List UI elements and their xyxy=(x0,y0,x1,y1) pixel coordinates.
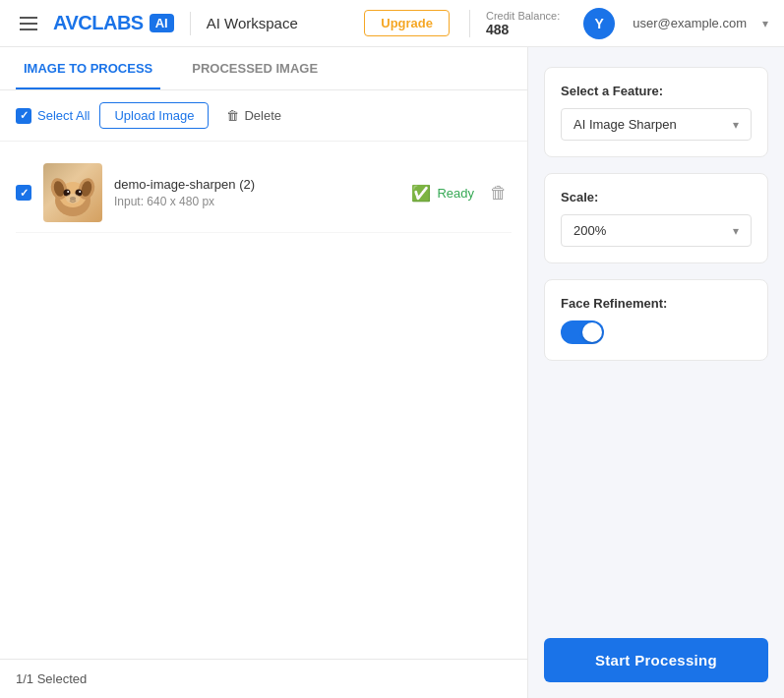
logo-avclabs: AVCLABS xyxy=(53,12,144,34)
header-divider xyxy=(190,12,191,35)
workspace-title: AI Workspace xyxy=(207,15,298,31)
item-name: demo-image-sharpen (2) xyxy=(114,177,399,192)
selection-status: 1/1 Selected xyxy=(0,659,527,698)
scale-value: 200% xyxy=(573,223,606,238)
item-actions: 🗑 xyxy=(486,179,512,207)
select-all-checkbox[interactable]: Select All xyxy=(16,108,90,124)
scale-dropdown-chevron-icon: ▾ xyxy=(733,224,739,238)
status-text: Ready xyxy=(437,186,474,201)
item-info: demo-image-sharpen (2) Input: 640 x 480 … xyxy=(114,177,399,208)
user-menu-chevron-icon[interactable]: ▾ xyxy=(762,17,768,30)
feature-label: Select a Feature: xyxy=(561,84,752,98)
face-refinement-label: Face Refinement: xyxy=(561,296,752,311)
user-name: user@example.com xyxy=(633,16,747,30)
svg-point-11 xyxy=(66,194,80,204)
logo-ai-badge: AI xyxy=(150,14,174,32)
credit-label: Credit Balance: xyxy=(486,10,560,22)
feature-value: AI Image Sharpen xyxy=(573,117,677,132)
item-thumbnail xyxy=(43,163,102,222)
scale-label: Scale: xyxy=(561,190,752,204)
item-status: ✅ Ready xyxy=(411,184,474,203)
table-row: demo-image-sharpen (2) Input: 640 x 480 … xyxy=(16,153,512,233)
face-refinement-toggle[interactable] xyxy=(561,320,604,344)
left-panel: IMAGE TO PROCESS PROCESSED IMAGE Select … xyxy=(0,47,528,698)
menu-hamburger[interactable] xyxy=(16,13,41,34)
scale-card: Scale: 200% ▾ xyxy=(544,173,768,263)
feature-dropdown[interactable]: AI Image Sharpen ▾ xyxy=(561,108,752,141)
upgrade-button[interactable]: Upgrade xyxy=(364,10,450,36)
item-meta: Input: 640 x 480 px xyxy=(114,195,399,208)
face-refinement-card: Face Refinement: xyxy=(544,279,768,361)
trash-icon: 🗑 xyxy=(226,108,239,123)
start-processing-button[interactable]: Start Processing xyxy=(544,638,768,682)
feature-card: Select a Feature: AI Image Sharpen ▾ xyxy=(544,67,768,157)
right-panel: Select a Feature: AI Image Sharpen ▾ Sca… xyxy=(528,47,784,698)
image-list: demo-image-sharpen (2) Input: 640 x 480 … xyxy=(0,142,527,659)
credit-value: 488 xyxy=(486,22,509,37)
tab-processed-image[interactable]: PROCESSED IMAGE xyxy=(184,47,326,89)
face-refinement-toggle-wrapper xyxy=(561,320,752,344)
item-checkbox[interactable] xyxy=(16,185,31,201)
ready-icon: ✅ xyxy=(411,184,431,203)
upload-image-button[interactable]: Upload Image xyxy=(99,102,209,129)
item-delete-icon: 🗑 xyxy=(490,183,508,204)
logo-area: AVCLABS AI xyxy=(53,12,174,34)
select-all-label: Select All xyxy=(37,108,90,123)
tabs-bar: IMAGE TO PROCESS PROCESSED IMAGE xyxy=(0,47,527,90)
main-container: IMAGE TO PROCESS PROCESSED IMAGE Select … xyxy=(0,47,784,698)
toolbar: Select All Upload Image 🗑 Delete xyxy=(0,90,527,142)
delete-label: Delete xyxy=(244,108,281,123)
avatar[interactable]: Y xyxy=(583,8,615,39)
item-delete-button[interactable]: 🗑 xyxy=(486,179,512,207)
toggle-knob xyxy=(582,322,602,342)
app-header: AVCLABS AI AI Workspace Upgrade Credit B… xyxy=(0,0,784,47)
tab-image-to-process[interactable]: IMAGE TO PROCESS xyxy=(16,47,160,89)
delete-button[interactable]: 🗑 Delete xyxy=(218,103,289,128)
scale-dropdown[interactable]: 200% ▾ xyxy=(561,214,752,247)
svg-point-8 xyxy=(67,191,69,193)
svg-point-9 xyxy=(79,191,81,193)
feature-dropdown-chevron-icon: ▾ xyxy=(733,118,739,132)
checkbox-icon xyxy=(16,108,31,124)
credit-section: Credit Balance: 488 xyxy=(469,10,560,37)
